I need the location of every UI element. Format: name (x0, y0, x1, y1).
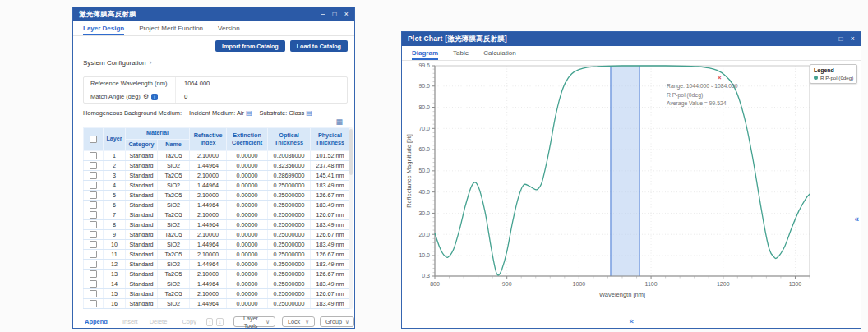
layer-cell[interactable]: 0.25000000 (268, 250, 311, 260)
layer-cell[interactable]: Standard (126, 260, 158, 270)
load-to-catalog-button[interactable]: Load to Catalog (290, 40, 348, 52)
tab-layer-design[interactable]: Layer Design (83, 21, 124, 35)
import-from-catalog-button[interactable]: Import from Catalog (215, 40, 285, 52)
layer-cell[interactable]: 10 (104, 240, 126, 250)
maximize-icon[interactable]: □ (838, 35, 843, 43)
layer-cell[interactable]: Standard (126, 240, 158, 250)
info-icon[interactable]: i (151, 94, 158, 100)
layer-cell[interactable]: 1.44964 (190, 260, 227, 270)
layer-cell[interactable]: 0.25000000 (268, 240, 311, 250)
layer-cell[interactable]: 0.32356000 (268, 161, 311, 171)
layer-cell[interactable]: 0.25000000 (268, 220, 311, 230)
layer-cell[interactable]: Standard (126, 210, 158, 220)
layer-cell[interactable]: Ta2O5 (158, 270, 190, 279)
col-optical-thickness[interactable]: Optical Thickness (268, 128, 311, 151)
layer-cell[interactable]: 183.49 nm (311, 260, 350, 270)
layer-cell[interactable]: 0.25000000 (268, 201, 311, 210)
layer-cell[interactable]: SiO2 (158, 220, 190, 230)
layer-cell[interactable]: 1.44964 (190, 220, 227, 230)
row-checkbox[interactable] (90, 300, 97, 307)
tab-table[interactable]: Table (453, 46, 469, 60)
layer-cell[interactable]: Standard (126, 191, 158, 201)
layer-cell[interactable]: 126.67 nm (311, 230, 350, 240)
layer-cell[interactable]: 126.67 nm (311, 191, 350, 201)
layer-cell[interactable]: 4 (104, 181, 126, 191)
tab-diagram[interactable]: Diagram (412, 46, 438, 60)
gear-icon[interactable]: ⚙ (143, 94, 149, 100)
reference-wavelength-field[interactable]: 1064.000 (176, 80, 210, 87)
layer-cell[interactable]: 237.48 nm (311, 161, 350, 171)
insert-button[interactable]: Insert (122, 318, 138, 325)
layer-cell[interactable]: 2.10000 (190, 191, 227, 201)
layer-cell[interactable]: 0.00000 (227, 250, 268, 260)
layer-cell[interactable]: Standard (126, 279, 158, 289)
row-checkbox[interactable] (90, 231, 97, 238)
select-all-checkbox[interactable] (90, 136, 97, 143)
edit-substrate-icon[interactable]: ▤ (306, 109, 312, 117)
layer-cell[interactable]: 2.10000 (190, 270, 227, 279)
layer-cell[interactable]: 2.10000 (190, 250, 227, 260)
col-extinction-coefficient[interactable]: Extinction Coefficient (227, 128, 268, 151)
layer-cell[interactable]: 0.25000000 (268, 191, 311, 201)
layer-cell[interactable]: 0.25000000 (268, 279, 311, 289)
layer-cell[interactable]: Standard (126, 220, 158, 230)
layer-cell[interactable]: 0.25000000 (268, 181, 311, 191)
row-checkbox[interactable] (90, 201, 97, 209)
layer-cell[interactable]: 0.00000 (227, 289, 268, 299)
row-checkbox[interactable] (90, 251, 97, 258)
layer-cell[interactable]: Ta2O5 (158, 210, 190, 220)
close-icon[interactable]: × (344, 11, 349, 18)
layer-cell[interactable]: 0.00000 (227, 191, 268, 201)
layer-cell[interactable]: Standard (126, 299, 158, 309)
row-checkbox[interactable] (90, 182, 97, 189)
collapse-panel-icon[interactable]: « (854, 215, 859, 224)
minimize-icon[interactable]: – (828, 35, 832, 43)
col-category[interactable]: Category (126, 140, 158, 151)
expand-up-icon[interactable]: « (627, 319, 635, 324)
tab-calculation[interactable]: Calculation (483, 46, 516, 60)
layer-cell[interactable]: 1.44964 (190, 161, 227, 171)
close-icon[interactable]: × (851, 35, 855, 43)
layer-cell[interactable]: 3 (104, 171, 126, 181)
row-checkbox[interactable] (90, 162, 97, 169)
table-scrollbar[interactable] (349, 127, 353, 309)
annotation-close-icon[interactable]: × (718, 74, 722, 83)
layer-cell[interactable]: Standard (126, 171, 158, 181)
layer-cell[interactable]: Standard (126, 250, 158, 260)
row-checkbox[interactable] (90, 191, 97, 199)
layer-cell[interactable]: 2.10000 (190, 230, 227, 240)
lock-dropdown[interactable]: Lock ∨ (282, 316, 315, 327)
layer-cell[interactable]: 126.67 nm (311, 250, 350, 260)
layer-cell[interactable]: 1.44964 (190, 279, 227, 289)
move-up-button[interactable]: ↑ (206, 318, 214, 326)
layer-cell[interactable]: 183.49 nm (311, 181, 350, 191)
layer-cell[interactable]: 145.41 nm (311, 171, 350, 181)
tab-version[interactable]: Version (218, 21, 240, 35)
col-refractive-index[interactable]: Refractive Index (190, 128, 227, 151)
minimize-icon[interactable]: – (321, 11, 326, 18)
layer-cell[interactable]: 183.49 nm (311, 299, 350, 309)
layer-cell[interactable]: SiO2 (158, 161, 190, 171)
layer-cell[interactable]: 1 (104, 151, 126, 161)
move-down-button[interactable]: ↓ (216, 318, 224, 326)
layer-cell[interactable]: 0.00000 (227, 210, 268, 220)
layer-cell[interactable]: 0.20036000 (268, 151, 311, 161)
legend-item[interactable]: R P-pol (0deg) (814, 75, 854, 81)
tab-project-merit-function[interactable]: Project Merit Function (139, 21, 203, 35)
layer-cell[interactable]: 15 (104, 289, 126, 299)
col-physical-thickness[interactable]: Physical Thickness (311, 128, 350, 151)
layer-cell[interactable]: 0.00000 (227, 181, 268, 191)
layer-cell[interactable]: 2.10000 (190, 210, 227, 220)
layer-cell[interactable]: Ta2O5 (158, 191, 190, 201)
layer-cell[interactable]: 101.52 nm (311, 151, 350, 161)
layer-cell[interactable]: 126.67 nm (311, 270, 350, 279)
layer-cell[interactable]: Ta2O5 (158, 289, 190, 299)
right-titlebar[interactable]: Plot Chart [激光薄膜高反射膜] – □ × (402, 32, 861, 46)
layer-cell[interactable]: SiO2 (158, 201, 190, 210)
edit-incident-medium-icon[interactable]: ▤ (246, 109, 252, 117)
layer-cell[interactable]: Ta2O5 (158, 230, 190, 240)
layer-cell[interactable]: 0.00000 (227, 270, 268, 279)
row-checkbox[interactable] (90, 152, 97, 159)
layer-cell[interactable]: 1.44964 (190, 299, 227, 309)
col-layer[interactable]: Layer (104, 128, 126, 151)
